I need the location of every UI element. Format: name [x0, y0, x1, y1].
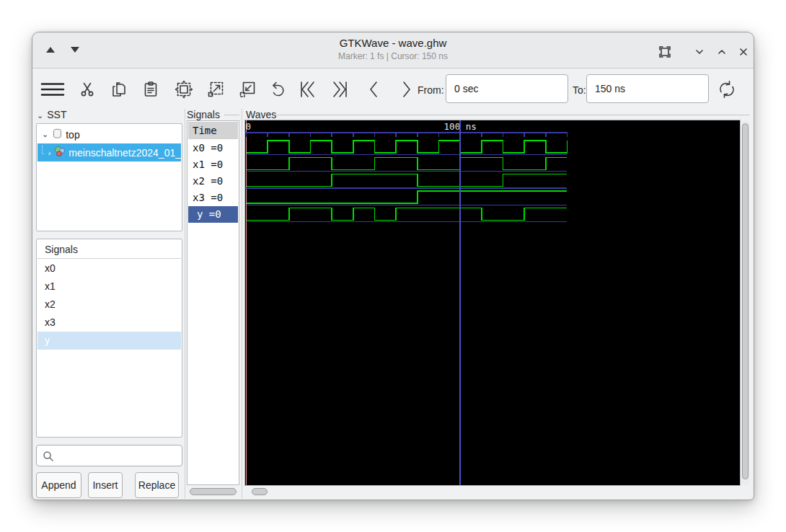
from-label: From: — [418, 84, 444, 96]
zoom-out-button[interactable] — [234, 75, 260, 104]
menu-icon — [40, 81, 65, 98]
value-row-y[interactable]: y =0 — [188, 206, 238, 223]
shade-down-icon[interactable] — [71, 47, 79, 53]
pane-separator-left[interactable] — [185, 109, 185, 498]
window-title: GTKWave - wave.ghw — [213, 37, 573, 49]
frame-line — [276, 115, 749, 115]
frame-line — [224, 115, 239, 115]
copy-button[interactable] — [106, 75, 132, 104]
value-row-x2[interactable]: x2 =0 — [188, 173, 238, 190]
value-row-x0[interactable]: x0 =0 — [188, 140, 238, 156]
value-row-x1[interactable]: x1 =0 — [188, 156, 238, 173]
wave-vscrollbar-track[interactable] — [741, 120, 750, 485]
gtkwave-window: GTKWave - wave.ghw Marker: 1 fs | Cursor… — [32, 32, 754, 500]
svg-text:0: 0 — [246, 121, 252, 132]
paste-icon — [142, 81, 159, 98]
expander-closed-icon[interactable]: › — [48, 148, 51, 157]
from-input[interactable] — [446, 74, 568, 103]
marker-cursor-status: Marker: 1 fs | Cursor: 150 ns — [213, 51, 573, 61]
skip-to-start-button[interactable] — [295, 75, 321, 104]
minimize-button[interactable] — [693, 45, 706, 58]
zoom-out-icon — [239, 81, 256, 98]
maximize-button[interactable] — [715, 45, 728, 58]
signal-list-header: Signals — [37, 240, 181, 259]
fullscreen-icon — [658, 45, 671, 58]
menu-button[interactable] — [40, 75, 66, 104]
step-right-icon — [397, 80, 415, 99]
sst-tree-row-module[interactable]: › meinschaltnetz2024_01_ — [37, 143, 181, 161]
list-item-y[interactable]: y — [37, 332, 181, 350]
waves-header: Waves — [246, 109, 276, 120]
replace-button[interactable]: Replace — [135, 472, 179, 498]
copy-icon — [110, 81, 128, 98]
reload-icon — [717, 79, 737, 99]
list-item-x0[interactable]: x0 — [37, 260, 181, 278]
values-panel: Time x0 =0 x1 =0 x2 =0 x3 =0 y =0 — [187, 120, 239, 485]
shade-up-icon[interactable] — [46, 47, 55, 53]
list-item-x3[interactable]: x3 — [37, 314, 181, 332]
close-icon — [737, 45, 750, 58]
wave-canvas[interactable]: 0100 ns — [244, 120, 741, 486]
toolbar: From: To: — [32, 69, 754, 109]
tree-label: meinschaltnetz2024_01_ — [69, 147, 181, 159]
search-icon — [43, 451, 54, 462]
skip-to-end-icon — [330, 79, 350, 99]
design-file-icon — [52, 128, 63, 141]
to-input[interactable] — [586, 74, 709, 103]
signal-search-input[interactable] — [36, 445, 182, 466]
close-button[interactable] — [737, 45, 750, 58]
module-icon — [54, 146, 66, 159]
chevron-down-icon — [693, 45, 706, 58]
wave-vscrollbar-thumb[interactable] — [742, 123, 749, 479]
wave-hscrollbar[interactable] — [252, 488, 268, 495]
values-panel-header: Signals — [187, 109, 220, 120]
step-left-button[interactable] — [361, 75, 387, 104]
list-item-x1[interactable]: x1 — [37, 278, 181, 296]
sst-tree-row-top[interactable]: ⌄ top — [37, 125, 181, 143]
list-item-x2[interactable]: x2 — [37, 296, 181, 314]
wave-canvas-svg: 0100 ns — [245, 120, 740, 485]
step-right-button[interactable] — [393, 75, 419, 104]
undo-button[interactable] — [265, 75, 291, 104]
skip-to-end-button[interactable] — [327, 75, 353, 104]
expander-open-icon[interactable]: ⌄ — [42, 130, 48, 139]
chevron-up-icon — [715, 45, 728, 58]
zoom-in-icon — [207, 81, 224, 98]
pane-separator-right[interactable] — [242, 109, 242, 498]
zoom-in-button[interactable] — [203, 75, 229, 104]
cut-button[interactable] — [74, 75, 100, 104]
tree-label: top — [66, 129, 79, 141]
insert-button[interactable]: Insert — [88, 472, 123, 498]
sst-expander-icon[interactable]: ⌄ — [37, 111, 43, 120]
titlebar[interactable]: GTKWave - wave.ghw Marker: 1 fs | Cursor… — [32, 32, 754, 68]
value-row-x3[interactable]: x3 =0 — [188, 190, 238, 206]
skip-to-start-icon — [298, 79, 318, 99]
values-hscrollbar[interactable] — [190, 488, 237, 495]
append-button[interactable]: Append — [36, 472, 81, 498]
sst-header[interactable]: ⌄SST — [37, 109, 66, 120]
sst-tree: ⌄ top › meinschaltne — [36, 123, 182, 231]
reload-button[interactable] — [714, 75, 740, 104]
undo-icon — [268, 80, 287, 99]
signal-list-panel: Signals x0 x1 x2 x3 y — [36, 239, 182, 438]
fullscreen-button[interactable] — [658, 45, 671, 58]
paste-button[interactable] — [138, 75, 164, 104]
tree-guide — [42, 146, 44, 154]
cut-icon — [79, 81, 96, 98]
step-left-icon — [365, 80, 384, 99]
zoom-fit-icon — [175, 80, 193, 99]
to-label: To: — [573, 84, 586, 96]
zoom-fit-button[interactable] — [171, 75, 197, 104]
time-header[interactable]: Time — [188, 122, 238, 139]
